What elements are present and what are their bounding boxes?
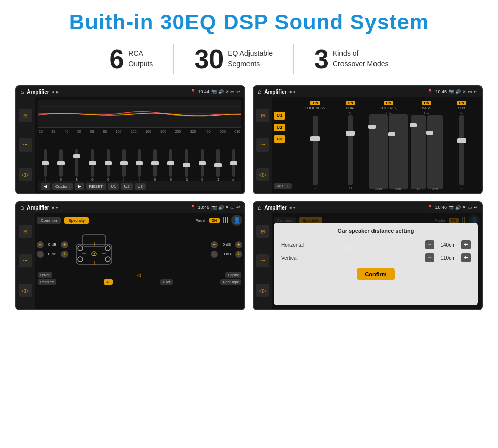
cross-filter-btn[interactable]: ⊟ [19,225,32,238]
cutfreq-slider2[interactable]: 80Hz [389,114,408,189]
status-left-1: ⌂ Amplifier ● ▶ [20,88,59,95]
main-title: Buith-in 30EQ DSP Sound System [15,10,483,35]
user-btn[interactable]: User [160,279,173,285]
all-btn[interactable]: All [104,279,113,285]
eq-sidebar: ⊟ 〜 ◁▷ [16,97,35,193]
eq-u3-btn[interactable]: U3 [135,183,146,190]
left-db2-minus[interactable]: − [37,251,44,258]
eq-slider-8[interactable]: 0 [164,149,178,181]
eq-graph [38,100,241,128]
screen-amp-wrapper: ⌂ Amplifier ■ ● 📍 10:45 📷 🔊 ✕ ▭ ↩ ⊟ 〜 ◁▷ [253,85,483,194]
eq-slider-12[interactable]: ≫ [227,149,240,181]
cross-wave-btn[interactable]: 〜 [19,254,32,267]
left-db1-minus[interactable]: − [37,241,44,248]
cross-volume-btn[interactable]: ◁▷ [19,284,32,297]
eq-prev-btn[interactable]: ◀ [41,183,50,190]
home-icon-2[interactable]: ⌂ [258,88,261,95]
horizontal-row: Horizontal − 140cm + [281,240,471,249]
eq-slider-1[interactable]: 0 [54,149,68,181]
eq-u2-btn[interactable]: U2 [121,183,132,190]
status-indicator-3: ■ ● [52,205,58,210]
eq-reset-btn[interactable]: RESET [86,183,106,190]
profile-icon[interactable]: 👤 [231,215,242,226]
cutfreq-on[interactable]: ON [384,101,393,105]
phat-on[interactable]: ON [346,101,355,105]
stat-text-rca: RCA Outputs [128,49,153,69]
bass-slider2[interactable]: 90Hz [427,115,443,189]
right-db1-minus[interactable]: − [211,241,218,248]
eq-slider-4[interactable]: 0 [101,149,115,181]
eq-filter-btn[interactable]: ⊟ [19,109,32,122]
dialog-filter-btn[interactable]: ⊟ [256,225,269,238]
amp2-wave-btn[interactable]: 〜 [256,138,269,152]
right-db2-plus[interactable]: + [235,251,242,258]
cross-tab-common[interactable]: Common [37,217,61,224]
amp2-volume-btn[interactable]: ◁▷ [256,168,269,181]
status-indicator-2: ■ ● [290,89,296,94]
status-right-4: 📍 10:46 📷 🔊 ✕ ▭ ↩ [427,205,478,210]
eq-slider-0[interactable]: 0 [39,149,52,181]
dialog-wave-btn[interactable]: 〜 [256,254,269,267]
phat-slider[interactable] [348,115,353,185]
amp2-reset-btn[interactable]: RESET [274,180,292,189]
eq-slider-9[interactable]: -1 [180,149,194,181]
eq-wave-btn[interactable]: 〜 [19,138,32,152]
eq-slider-5[interactable]: 0 [117,149,131,181]
vertical-plus-btn[interactable]: + [461,253,471,262]
bass-slider1[interactable]: 3.0 [411,115,426,189]
loudness-on[interactable]: ON [310,101,320,105]
vertical-minus-btn[interactable]: − [425,253,434,262]
dialog-volume-btn[interactable]: ◁▷ [256,284,269,297]
confirm-button[interactable]: Confirm [357,268,394,280]
loudness-slider[interactable] [313,116,318,185]
horizontal-label: Horizontal [281,242,304,248]
cross-tab-specialty[interactable]: Specialty [64,217,88,224]
bass-on[interactable]: ON [422,101,431,105]
cutfreq-slider1[interactable]: 100Hz [369,114,388,189]
page-container: Buith-in 30EQ DSP Sound System 6 RCA Out… [0,0,498,320]
sub-on[interactable]: ON [457,101,466,105]
driver-btn[interactable]: Driver [38,272,52,278]
screen-cross-wrapper: ⌂ Amplifier ■ ● 📍 10:46 📷 🔊 ✕ ▭ ↩ ⊟ 〜 ◁▷ [15,201,245,310]
svg-point-11 [94,253,95,255]
rearleft-btn[interactable]: RearLeft [38,279,56,285]
home-icon-3[interactable]: ⌂ [20,204,24,211]
left-db1-val: 0 dB [45,242,59,247]
eq-slider-6[interactable]: 0 [133,149,146,181]
phat-label: PHAT [346,106,355,110]
u1-button[interactable]: U1 [274,112,285,120]
eq-slider-11[interactable]: -1 [211,149,225,181]
rearright-btn[interactable]: RearRight [220,279,241,285]
horizontal-minus-btn[interactable]: − [425,240,434,249]
home-icon-4[interactable]: ⌂ [258,204,261,211]
right-db2-minus[interactable]: − [211,251,218,258]
eq-next-btn[interactable]: ▶ [75,183,84,190]
status-right-1: 📍 10:44 📷 🔊 ✕ ▭ ↩ [190,89,240,94]
horizontal-plus-btn[interactable]: + [461,240,471,249]
eq-slider-2[interactable]: 5 [70,149,84,181]
left-db2-plus[interactable]: + [61,251,68,258]
eq-slider-3[interactable]: 0 [86,149,100,181]
amp2-filter-btn[interactable]: ⊟ [256,109,269,122]
eq-u1-btn[interactable]: U1 [108,183,119,190]
screen-dialog-wrapper: ⌂ Amplifier ■ ● 📍 10:46 📷 🔊 ✕ ▭ ↩ ⊟ 〜 ◁▷ [253,201,483,310]
left-db1-plus[interactable]: + [61,241,68,248]
sub-slider[interactable] [459,115,464,185]
eq-volume-btn[interactable]: ◁▷ [19,168,32,181]
icons-3: 📷 🔊 ✕ ▭ ↩ [211,205,240,210]
u2-button[interactable]: U2 [274,124,285,131]
cross-bottom-row-2: RearLeft All User RearRight [37,278,242,285]
right-db1-plus[interactable]: + [235,241,242,248]
eq-slider-7[interactable]: 0 [148,149,162,181]
fader-label: Fader [196,218,206,223]
eq-slider-10[interactable]: 0 [195,149,209,181]
u3-button[interactable]: U3 [274,135,285,143]
left-arrow-icon[interactable]: ◁ [137,272,141,278]
home-icon-1[interactable]: ⌂ [20,88,24,95]
status-indicator-4: ■ ● [290,205,296,210]
eq-preset-label: Custom [52,183,73,190]
stat-text-crossover: Kinds of Crossover Modes [333,49,389,69]
fader-on-btn[interactable]: ON [209,218,220,223]
copilot-btn[interactable]: Copilot [225,272,241,278]
status-bar-1: ⌂ Amplifier ● ▶ 📍 10:44 📷 🔊 ✕ ▭ ↩ [16,86,244,97]
